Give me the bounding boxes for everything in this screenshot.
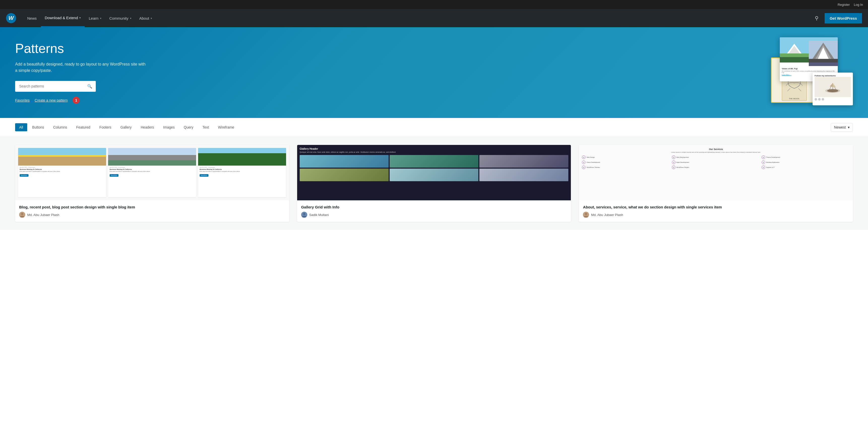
search-submit-button[interactable]: 🔍 xyxy=(84,81,96,92)
service-icon: ◎ xyxy=(672,160,676,164)
filter-tag-buttons[interactable]: Buttons xyxy=(28,123,48,131)
filter-bar: All Buttons Columns Featured Footers Gal… xyxy=(0,118,868,137)
service-label: Support & IT xyxy=(766,166,775,168)
nav-right: ⚲ Get WordPress xyxy=(813,13,862,24)
sort-label: Newest xyxy=(834,125,846,129)
chevron-down-icon: ▾ xyxy=(130,17,131,20)
pattern-card-title: About, services, service, what we do sec… xyxy=(583,205,849,210)
social-icon-2 xyxy=(818,98,820,100)
create-pattern-link[interactable]: Create a new pattern xyxy=(35,98,68,102)
service-icon: ◎ xyxy=(762,165,765,169)
pattern-card-image-1: Nov 09, 2022 · 3 comments Business Meeti… xyxy=(15,145,289,200)
filter-tag-all[interactable]: All xyxy=(15,123,27,131)
service-item-4: ◎ Game Development xyxy=(582,160,670,164)
filter-tag-gallery[interactable]: Gallery xyxy=(117,123,135,131)
gallery-cell-3 xyxy=(479,155,568,167)
pattern-card-info-1: Blog, recent post, blog post section des… xyxy=(15,200,289,222)
get-wordpress-button[interactable]: Get WordPress xyxy=(825,13,862,24)
search-input[interactable] xyxy=(15,81,84,91)
wp-logo-icon: W xyxy=(8,15,14,22)
services-subtitle: Lorem ipsum is simply dummy text of the … xyxy=(582,152,850,153)
blog-img-2 xyxy=(108,148,196,165)
service-icon: ◎ xyxy=(582,160,586,164)
service-label: Web Design xyxy=(587,156,595,158)
service-icon: ◎ xyxy=(762,155,765,159)
pattern-card-title: Gallery Grid with Info xyxy=(301,205,567,210)
nav-item-about[interactable]: About ▾ xyxy=(135,9,156,27)
filter-tag-headers[interactable]: Headers xyxy=(136,123,158,131)
nav-item-learn[interactable]: Learn ▾ xyxy=(85,9,105,27)
author-avatar xyxy=(19,212,25,218)
service-icon: ◎ xyxy=(672,155,676,159)
svg-point-24 xyxy=(21,213,23,215)
register-link[interactable]: Register xyxy=(837,3,849,6)
chevron-down-icon: ▾ xyxy=(151,17,152,20)
hero-subtitle: Add a beautifully designed, ready to go … xyxy=(15,61,146,74)
service-icon: ◎ xyxy=(582,155,586,159)
service-label: WordPress Themes xyxy=(587,166,600,168)
search-button[interactable]: ⚲ xyxy=(813,13,820,23)
hero-title: Patterns xyxy=(15,41,146,56)
blog-preview: Nov 09, 2022 · 3 comments Business Meeti… xyxy=(15,145,289,200)
pattern-card-author-2: Sadik Multani xyxy=(301,212,567,218)
service-icon: ◎ xyxy=(672,165,676,169)
blog-item-3: Nov 09, 2022 · 0 comments Business Meeti… xyxy=(198,148,286,197)
preview-card-ship: Follow my adventures xyxy=(812,72,853,105)
gallery-cell-2 xyxy=(390,155,478,167)
gallery-sub-text: Quisque vel erat uma. Nunc ante dolor, u… xyxy=(300,151,568,153)
filter-tag-wireframe[interactable]: Wireframe xyxy=(214,123,239,131)
filter-tag-text[interactable]: Text xyxy=(198,123,213,131)
favorites-link[interactable]: Favorites xyxy=(15,98,30,102)
svg-text:THE MOON.: THE MOON. xyxy=(789,97,800,100)
sort-select[interactable]: Newest ▾ xyxy=(831,123,853,131)
pattern-card-info-2: Gallery Grid with Info Sadik Multani xyxy=(297,200,571,222)
service-icon: ◎ xyxy=(762,160,765,164)
blog-item-2: Nov 09, 2022 · 0 comments Business Meeti… xyxy=(108,148,196,197)
service-label: Web Development xyxy=(677,156,689,158)
filter-tag-columns[interactable]: Columns xyxy=(49,123,71,131)
svg-rect-9 xyxy=(809,59,838,62)
gallery-cell-5 xyxy=(390,168,478,181)
social-icon-3 xyxy=(822,98,824,100)
service-label: WordPress Plugins xyxy=(677,166,689,168)
pattern-card-title: Blog, recent post, blog post section des… xyxy=(19,205,285,210)
pattern-card-image-2: Glallery Header Quisque vel erat uma. Nu… xyxy=(297,145,571,200)
hero-section: Patterns Add a beautifully designed, rea… xyxy=(0,27,868,118)
ship-image xyxy=(814,77,851,97)
hero-image: Views of Mt. Fuji An exhibition of early… xyxy=(146,37,853,108)
service-item-8: ◎ WordPress Plugins xyxy=(672,165,760,169)
svg-point-28 xyxy=(585,213,587,215)
pattern-card: Our Services Lorem ipsum is simply dummy… xyxy=(579,145,853,222)
author-name: Md. Abu Jubaer Plash xyxy=(27,213,59,217)
nav-item-news[interactable]: News xyxy=(23,9,41,27)
filter-tag-images[interactable]: Images xyxy=(159,123,179,131)
svg-rect-4 xyxy=(780,57,809,62)
pattern-card-author-3: Md. Abu Jubaer Plash xyxy=(583,212,849,218)
blog-img-3 xyxy=(198,148,286,165)
services-preview: Our Services Lorem ipsum is simply dummy… xyxy=(579,145,853,200)
filter-tags: All Buttons Columns Featured Footers Gal… xyxy=(15,123,831,131)
gallery-grid xyxy=(300,155,568,181)
service-item-5: ◎ Apps Development xyxy=(672,160,760,164)
nav-items: News Download & Extend ▾ Learn ▾ Communi… xyxy=(23,9,813,27)
wordpress-logo[interactable]: W xyxy=(6,13,16,23)
search-bar: 🔍 xyxy=(15,81,96,92)
gallery-cell-1 xyxy=(300,155,389,167)
pattern-card-image-3: Our Services Lorem ipsum is simply dummy… xyxy=(579,145,853,200)
filter-tag-footers[interactable]: Footers xyxy=(95,123,115,131)
service-item-1: ◎ Web Design xyxy=(582,155,670,159)
filter-tag-query[interactable]: Query xyxy=(180,123,197,131)
fuji-image-left xyxy=(780,37,809,66)
nav-item-download-extend[interactable]: Download & Extend ▾ xyxy=(41,9,85,27)
chevron-down-icon: ▾ xyxy=(100,17,101,20)
nav-item-community[interactable]: Community ▾ xyxy=(105,9,135,27)
author-avatar xyxy=(301,212,307,218)
login-link[interactable]: Log In xyxy=(854,3,863,6)
ship-card-title: Follow my adventures xyxy=(814,74,851,77)
top-bar: Register Log In xyxy=(0,0,868,9)
filter-tag-featured[interactable]: Featured xyxy=(72,123,94,131)
social-icon-1 xyxy=(814,98,817,100)
service-item-9: ◎ Support & IT xyxy=(762,165,850,169)
notification-badge: 1 xyxy=(72,97,80,104)
service-label: Game Development xyxy=(587,161,600,163)
